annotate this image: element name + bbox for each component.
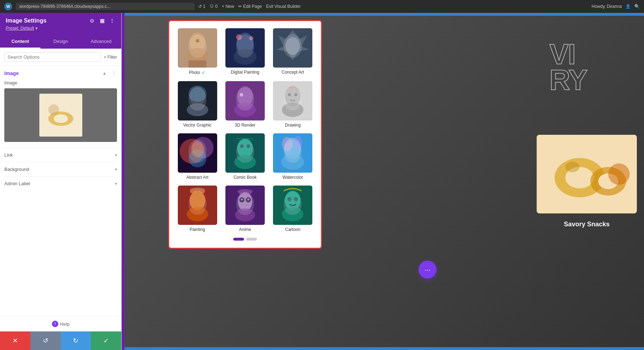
svg-point-2 — [54, 114, 68, 123]
svg-point-12 — [236, 34, 242, 40]
style-item-watercolor[interactable]: Watercolor — [272, 133, 314, 180]
exit-builder-btn[interactable]: Exit Visual Builder — [266, 4, 301, 9]
redo-button[interactable]: ↻ — [61, 331, 91, 350]
style-item-abstract-art[interactable]: Abstract Art — [176, 133, 218, 180]
style-label-painting: Painting — [190, 227, 205, 232]
pagination-dot-2[interactable] — [246, 238, 257, 241]
section-title: Image — [4, 70, 19, 76]
section-controls: ▲ ⋮ — [101, 70, 117, 77]
undo-button[interactable]: ↺ — [30, 331, 61, 350]
svg-rect-14 — [273, 28, 312, 68]
svg-point-52 — [235, 208, 255, 221]
sidebar-content: Image ▲ ⋮ Image — [0, 66, 121, 316]
browser-nav: ↺ 1 🗨 0 + New ✏ Edit Page Exit Visual Bu… — [198, 4, 301, 9]
style-label-3d-render: 3D Render — [235, 123, 255, 128]
help-label: Help — [60, 321, 70, 327]
image-preview[interactable] — [4, 88, 117, 142]
svg-point-13 — [249, 36, 253, 40]
more-icon[interactable]: ⋮ — [108, 17, 116, 24]
style-label-row-comic-book: Comic Book — [234, 175, 257, 180]
style-label-vector-graphic: Vector Graphic — [183, 123, 211, 128]
sidebar: Image Settings ⊙ ▦ ⋮ Preset: Default ▾ C… — [0, 13, 122, 350]
style-item-photo[interactable]: Photo ✓ — [176, 28, 218, 75]
filter-button[interactable]: + Filter — [104, 55, 117, 60]
admin-label-text: Admin Label — [4, 181, 30, 186]
search-input[interactable] — [4, 52, 101, 62]
pagination-dot-1[interactable] — [233, 238, 244, 241]
style-item-painting[interactable]: Painting — [176, 186, 218, 232]
background-header[interactable]: Background ▾ — [4, 167, 117, 172]
link-header[interactable]: Link ▾ — [4, 152, 117, 158]
collapse-icon[interactable]: ▲ — [101, 70, 108, 77]
search-icon[interactable]: 🔍 — [634, 4, 640, 9]
style-item-3d-render[interactable]: 3D Render — [224, 81, 266, 128]
refresh-icon[interactable]: ↺ 1 — [198, 4, 205, 9]
tab-advanced[interactable]: Advanced — [81, 35, 121, 49]
help-button[interactable]: ? Help — [52, 321, 70, 327]
style-check-photo: ✓ — [201, 70, 206, 75]
style-label-digital-painting: Digital Painting — [231, 70, 259, 75]
style-label-row-3d-render: 3D Render — [235, 123, 255, 128]
style-thumb-cartoon — [273, 186, 312, 225]
svg-point-60 — [287, 197, 292, 201]
tab-design[interactable]: Design — [40, 35, 81, 49]
style-label-cartoon: Cartoon — [285, 227, 301, 232]
svg-point-8 — [196, 39, 199, 43]
url-bar[interactable]: wordpress-784896-3766464.cloudwaysapps.c… — [16, 3, 195, 10]
style-thumb-watercolor — [273, 133, 312, 173]
svg-point-22 — [234, 103, 256, 117]
background-label: Background — [4, 167, 29, 172]
svg-point-36 — [237, 138, 253, 158]
style-item-concept-art[interactable]: Concept Art — [272, 28, 314, 75]
edit-page-btn[interactable]: ✏ Edit Page — [238, 4, 262, 9]
settings-icon[interactable]: ⊙ — [88, 17, 96, 24]
sidebar-title-text: Image Settings — [6, 18, 47, 24]
style-label-watercolor: Watercolor — [283, 175, 303, 180]
floating-action-button[interactable]: ··· — [419, 261, 436, 278]
confirm-button[interactable]: ✓ — [91, 331, 121, 350]
admin-label-section: Admin Label ▾ — [4, 176, 117, 191]
style-item-digital-painting[interactable]: Digital Painting — [224, 28, 266, 75]
background-arrow: ▾ — [115, 167, 117, 172]
columns-icon[interactable]: ▦ — [98, 17, 106, 24]
picker-pagination — [176, 238, 314, 241]
preset-text: Preset: Default — [6, 26, 34, 31]
close-button[interactable]: ✕ — [0, 331, 30, 350]
style-item-anime[interactable]: Anime — [224, 186, 266, 232]
comment-icon[interactable]: 🗨 0 — [210, 4, 218, 9]
svg-point-34 — [191, 142, 204, 157]
user-avatar[interactable]: 👤 — [625, 4, 631, 9]
svg-rect-7 — [189, 60, 206, 68]
style-label-row-watercolor: Watercolor — [283, 175, 303, 180]
style-label-row-cartoon: Cartoon — [285, 227, 301, 232]
svg-point-48 — [190, 191, 205, 211]
sidebar-preset[interactable]: Preset: Default ▾ — [6, 26, 116, 31]
style-label-anime: Anime — [239, 227, 251, 232]
style-item-drawing[interactable]: Drawing — [272, 81, 314, 128]
svg-point-29 — [290, 85, 296, 91]
tab-content[interactable]: Content — [0, 35, 40, 49]
style-thumb-abstract-art — [178, 133, 217, 173]
new-btn[interactable]: + New — [222, 4, 234, 9]
style-label-concept-art: Concept Art — [282, 70, 304, 75]
style-label-photo: Photo — [189, 70, 200, 75]
svg-point-11 — [234, 49, 257, 65]
style-label-comic-book: Comic Book — [234, 175, 257, 180]
admin-label-header[interactable]: Admin Label ▾ — [4, 181, 117, 186]
sidebar-tabs: Content Design Advanced — [0, 35, 121, 49]
browser-bar: W wordpress-784896-3766464.cloudwaysapps… — [0, 0, 644, 13]
sidebar-title-row: Image Settings ⊙ ▦ ⋮ — [6, 17, 116, 24]
style-item-comic-book[interactable]: Comic Book — [224, 133, 266, 180]
more-options-icon[interactable]: ⋮ — [111, 70, 117, 77]
style-thumb-vector-graphic — [178, 81, 217, 120]
style-grid: Photo ✓ Digi — [176, 28, 314, 232]
svg-point-38 — [240, 144, 244, 148]
svg-point-27 — [288, 93, 291, 96]
food-label: Savory Snacks — [537, 221, 637, 228]
svg-point-18 — [190, 86, 205, 106]
style-item-cartoon[interactable]: Cartoon — [272, 186, 314, 232]
food-image-container — [537, 135, 637, 213]
svg-point-59 — [282, 207, 303, 221]
style-thumb-anime — [225, 186, 265, 225]
style-item-vector-graphic[interactable]: Vector Graphic — [176, 81, 218, 128]
